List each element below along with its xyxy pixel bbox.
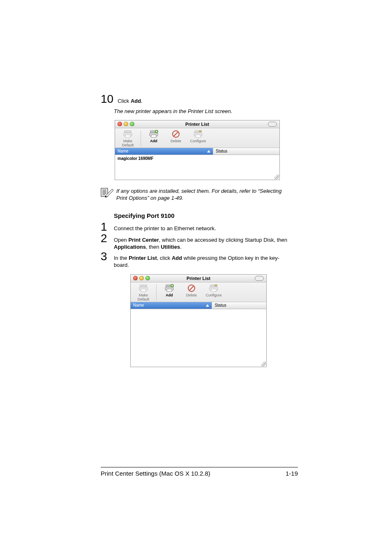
window1-titlebar: Printer List xyxy=(115,120,279,128)
minimize-icon[interactable] xyxy=(124,122,128,126)
s3-e: while pressing the Option key in the key xyxy=(182,255,278,261)
window2-traffic-lights xyxy=(133,276,150,280)
column-name[interactable]: Name xyxy=(131,302,212,309)
toolbar-separator xyxy=(141,130,141,146)
printer-list-window-1: Printer List Make Default Add xyxy=(115,120,280,180)
step-10-text: Click Add. xyxy=(118,98,143,104)
step-1: 1 Connect the printer to an Ethernet net… xyxy=(101,222,298,232)
column-name-label: Name xyxy=(118,149,129,153)
printer-default-icon xyxy=(133,284,154,293)
delete-icon xyxy=(181,284,202,293)
step-number-10: 10 xyxy=(101,92,113,106)
svg-rect-18 xyxy=(140,285,147,287)
footer-line: Print Center Settings (Mac OS X 10.2.8) … xyxy=(101,470,298,477)
column-name-label: Name xyxy=(133,303,144,308)
svg-rect-20 xyxy=(141,289,146,291)
window2-toolbar: Make Default Add Delete xyxy=(131,282,266,302)
delete-button: Delete xyxy=(166,130,186,147)
configure-label: Configure xyxy=(203,293,224,297)
steps-block: 1 Connect the printer to an Ethernet net… xyxy=(101,222,298,268)
window1-list-header[interactable]: Name Status xyxy=(115,148,279,155)
main-content: 10 Click Add. The new printer appears in… xyxy=(101,92,298,367)
s3-b: Printer List xyxy=(129,255,157,261)
step-10-result: The new printer appears in the Printer L… xyxy=(114,108,298,114)
printer-default-icon xyxy=(118,130,138,139)
page-footer: Print Center Settings (Mac OS X 10.2.8) … xyxy=(101,467,298,477)
window1-toolbar: Make Default Add Delete xyxy=(115,128,279,148)
step-number-1: 1 xyxy=(101,222,110,232)
s3-d: Add xyxy=(172,255,182,261)
step-10-suffix: . xyxy=(141,98,143,104)
minimize-icon[interactable] xyxy=(139,276,144,280)
s3-f: board. xyxy=(114,262,129,268)
note-line-2: Print Options” on page 1-49. xyxy=(116,195,183,201)
toolbar-toggle-icon[interactable] xyxy=(268,122,277,127)
resize-grip-icon[interactable] xyxy=(274,174,279,179)
note-line-1: If any options are installed, select the… xyxy=(116,188,281,194)
configure-button: Configure xyxy=(203,284,224,301)
note-block: If any options are installed, select the… xyxy=(101,187,298,201)
footer-section-title: Print Center Settings (Mac OS X 10.2.8) xyxy=(101,470,210,477)
step-10-bold: Add xyxy=(131,98,141,104)
printer-add-icon xyxy=(159,284,180,293)
printer-add-icon xyxy=(143,130,164,139)
zoom-icon[interactable] xyxy=(130,122,134,126)
add-button[interactable]: Add xyxy=(143,130,164,147)
close-icon[interactable] xyxy=(118,122,122,126)
s3-a: In the xyxy=(114,255,129,261)
column-status[interactable]: Status xyxy=(212,302,266,309)
s3-c: , click xyxy=(157,255,172,261)
svg-line-8 xyxy=(174,132,178,136)
make-default-button: Make Default xyxy=(133,284,154,301)
window1-traffic-lights xyxy=(118,122,134,126)
s2-g: . xyxy=(180,244,182,250)
window2-list-header[interactable]: Name Status xyxy=(131,302,266,309)
step-2: 2 Open Print Center, which can be access… xyxy=(101,233,298,250)
step-number-3: 3 xyxy=(101,251,110,262)
add-label: Add xyxy=(143,139,164,143)
sort-ascending-icon xyxy=(207,150,210,153)
note-text: If any options are installed, select the… xyxy=(116,187,281,201)
toolbar-separator xyxy=(156,284,157,301)
configure-button: Configure xyxy=(188,130,208,147)
svg-rect-29 xyxy=(211,289,216,291)
step-10: 10 Click Add. xyxy=(101,92,298,106)
window2-title: Printer List xyxy=(187,276,210,281)
step-10-prefix: Click xyxy=(118,98,131,104)
window1-title: Printer List xyxy=(185,122,209,127)
close-icon[interactable] xyxy=(133,276,138,280)
delete-label: Delete xyxy=(181,293,202,297)
window1-list-body: magicolor 1690MF xyxy=(115,155,279,180)
svg-rect-23 xyxy=(167,289,172,291)
make-default-label: Make Default xyxy=(118,139,138,147)
make-default-label: Make Default xyxy=(133,293,154,301)
window2-list-body xyxy=(131,309,266,367)
step-number-2: 2 xyxy=(101,233,110,244)
svg-line-26 xyxy=(189,286,194,290)
resize-grip-icon[interactable] xyxy=(261,361,266,366)
printer-list-window-2: Printer List Make Default Add xyxy=(130,274,267,367)
column-status[interactable]: Status xyxy=(213,148,279,155)
s2-d: Applications xyxy=(114,244,146,250)
window2-titlebar: Printer List xyxy=(131,275,266,282)
configure-label: Configure xyxy=(188,139,208,143)
delete-button: Delete xyxy=(181,284,202,301)
printer-row-1[interactable]: magicolor 1690MF xyxy=(115,155,279,162)
svg-rect-0 xyxy=(125,131,131,133)
note-icon xyxy=(101,187,112,199)
printer-configure-icon xyxy=(188,130,208,139)
toolbar-toggle-icon[interactable] xyxy=(255,276,264,281)
s2-a: Open xyxy=(114,237,128,243)
svg-rect-11 xyxy=(196,135,201,137)
add-button[interactable]: Add xyxy=(159,284,180,301)
s2-e: , then xyxy=(146,244,161,250)
svg-rect-2 xyxy=(125,135,130,137)
column-name[interactable]: Name xyxy=(115,148,213,155)
step-1-text: Connect the printer to an Ethernet netwo… xyxy=(114,222,216,232)
zoom-icon[interactable] xyxy=(145,276,150,280)
make-default-button: Make Default xyxy=(118,130,138,147)
printer-configure-icon xyxy=(203,284,224,293)
delete-icon xyxy=(166,130,186,139)
s2-f: Utilities xyxy=(161,244,180,250)
step-2-text: Open Print Center, which can be accessed… xyxy=(114,233,287,250)
